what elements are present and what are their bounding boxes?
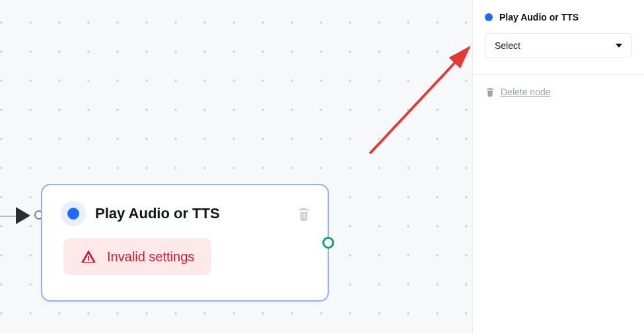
select-placeholder: Select xyxy=(495,40,520,51)
svg-line-0 xyxy=(370,48,469,153)
edge-stub xyxy=(0,216,16,217)
panel-header: Play Audio or TTS xyxy=(485,12,632,22)
panel-title: Play Audio or TTS xyxy=(499,12,579,22)
type-select[interactable]: Select xyxy=(485,33,632,58)
trash-icon[interactable] xyxy=(296,206,312,222)
node-header: Play Audio or TTS xyxy=(61,201,312,226)
properties-panel: Play Audio or TTS Select Delete node xyxy=(472,0,644,334)
record-icon xyxy=(61,201,86,226)
warning-icon xyxy=(81,249,96,265)
arrow-in-icon xyxy=(16,207,30,224)
node-title: Play Audio or TTS xyxy=(95,205,287,222)
divider xyxy=(473,74,644,75)
flow-node[interactable]: Play Audio or TTS Invalid settings xyxy=(41,184,329,302)
output-port[interactable] xyxy=(322,237,334,249)
record-icon xyxy=(485,13,493,21)
delete-node-button[interactable]: Delete node xyxy=(485,87,632,97)
annotation-arrow-icon xyxy=(350,41,482,173)
delete-node-label: Delete node xyxy=(501,87,551,97)
error-badge: Invalid settings xyxy=(63,238,211,275)
trash-icon xyxy=(485,87,495,97)
error-text: Invalid settings xyxy=(107,249,194,265)
flow-canvas[interactable]: Play Audio or TTS Invalid settings xyxy=(0,0,472,334)
chevron-down-icon xyxy=(616,44,622,48)
